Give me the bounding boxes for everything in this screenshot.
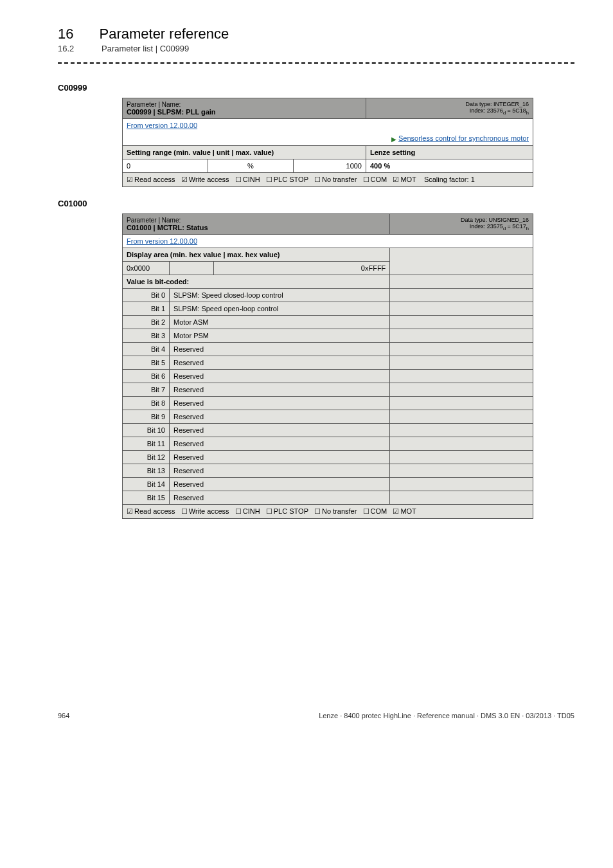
bit-desc: Motor PSM (170, 329, 390, 342)
bit-label: Bit 7 (123, 383, 170, 396)
section-number: 16.2 (58, 44, 76, 53)
page-number: 964 (58, 712, 69, 719)
bit-coded-header: Value is bit-coded: (123, 275, 390, 288)
setting-min: 0 (123, 159, 208, 172)
bit-label: Bit 6 (123, 369, 170, 383)
bit-label: Bit 2 (123, 315, 170, 329)
doc-id: Lenze · 8400 protec HighLine · Reference… (319, 712, 574, 719)
from-version-link[interactable]: From version 12.00.00 (127, 237, 197, 245)
setting-max: 1000 (294, 159, 366, 172)
setting-unit: % (208, 159, 294, 172)
param-code-name: C00999 | SLPSM: PLL gain (127, 108, 362, 116)
bit-label: Bit 3 (123, 329, 170, 342)
param-table-c01000: Parameter | Name: C01000 | MCTRL: Status… (122, 213, 533, 519)
bit-label: Bit 13 (123, 464, 170, 477)
bit-desc: Reserved (170, 477, 390, 491)
bit-label: Bit 10 (123, 423, 170, 437)
lenze-setting-header: Lenze setting (366, 145, 533, 159)
bit-desc: Reserved (170, 450, 390, 464)
chapter-number: 16 (58, 26, 73, 42)
param-name-label: Parameter | Name: (127, 101, 362, 108)
bit-desc: Reserved (170, 464, 390, 477)
bit-desc: Reserved (170, 342, 390, 356)
bit-desc: SLPSM: Speed closed-loop control (170, 288, 390, 302)
setting-default: 400 % (366, 159, 533, 172)
chapter-title: Parameter reference (99, 26, 229, 42)
bit-desc: Reserved (170, 410, 390, 423)
bit-label: Bit 15 (123, 491, 170, 504)
index-line: Index: 23576d = 5C18h (370, 107, 529, 116)
bit-label: Bit 14 (123, 477, 170, 491)
bit-label: Bit 4 (123, 342, 170, 356)
access-row: ☑Read access ☑Write access ☐CINH ☐PLC ST… (123, 172, 533, 186)
divider (58, 62, 574, 64)
param-table-c00999: Parameter | Name: C00999 | SLPSM: PLL ga… (122, 98, 533, 187)
bit-desc: Reserved (170, 491, 390, 504)
param-name-label: Parameter | Name: (127, 217, 386, 224)
data-type: Data type: INTEGER_16 (370, 101, 529, 107)
bit-desc: SLPSM: Speed open-loop control (170, 302, 390, 315)
bit-label: Bit 11 (123, 437, 170, 450)
from-version-link[interactable]: From version 12.00.00 (127, 122, 197, 129)
bit-desc: Motor ASM (170, 315, 390, 329)
bit-desc: Reserved (170, 369, 390, 383)
data-type: Data type: UNSIGNED_16 (394, 217, 529, 223)
bit-label: Bit 8 (123, 396, 170, 410)
bit-desc: Reserved (170, 356, 390, 369)
setting-range-header: Setting range (min. value | unit | max. … (123, 145, 366, 159)
bit-desc: Reserved (170, 396, 390, 410)
bit-label: Bit 9 (123, 410, 170, 423)
param-code-name: C01000 | MCTRL: Status (127, 224, 386, 231)
crossref-arrow-icon: ▶ (391, 136, 396, 143)
param-block-header: C01000 (58, 199, 574, 208)
hex-max: 0xFFFF (214, 261, 390, 275)
param-block-header: C00999 (58, 83, 574, 93)
bit-label: Bit 0 (123, 288, 170, 302)
display-area-header: Display area (min. hex value | max. hex … (123, 248, 390, 261)
bit-label: Bit 5 (123, 356, 170, 369)
bit-desc: Reserved (170, 423, 390, 437)
bit-desc: Reserved (170, 383, 390, 396)
bit-desc: Reserved (170, 437, 390, 450)
crossref-link[interactable]: Sensorless control for synchronous motor (398, 134, 529, 142)
section-title: Parameter list | C00999 (102, 44, 189, 53)
index-line: Index: 23575d = 5C17h (394, 223, 529, 231)
bit-label: Bit 1 (123, 302, 170, 315)
access-row: ☑Read access ☐Write access ☐CINH ☐PLC ST… (123, 504, 533, 518)
hex-min: 0x0000 (123, 261, 170, 275)
bit-label: Bit 12 (123, 450, 170, 464)
